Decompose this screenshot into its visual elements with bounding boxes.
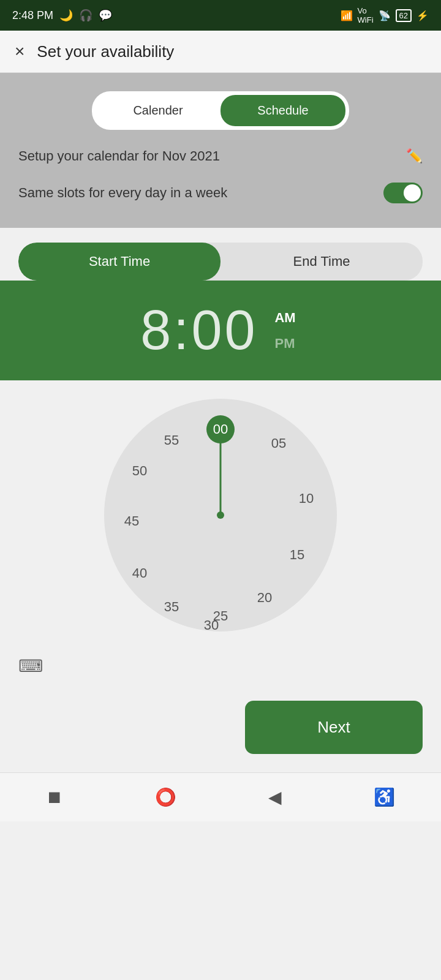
moon-icon: 🌙 <box>59 9 73 22</box>
clock-separator: : <box>173 300 191 361</box>
clock-time-display: 8:00 <box>140 299 257 362</box>
calendar-section: Calender Schedule Setup your calendar fo… <box>0 73 441 228</box>
status-left: 2:48 PM 🌙 🎧 💬 <box>12 9 112 22</box>
ampm-column: AM PM <box>270 307 300 354</box>
stop-icon[interactable]: ⏹ <box>46 787 63 807</box>
nav-bar: × Set your availability <box>0 31 441 73</box>
vowifi-label: VoWiFi <box>358 6 374 24</box>
clock-num-40[interactable]: 40 <box>132 565 147 581</box>
close-button[interactable]: × <box>15 42 24 61</box>
clock-num-55[interactable]: 55 <box>164 432 179 448</box>
clock-minutes[interactable]: 00 <box>191 300 257 361</box>
headphone-icon: 🎧 <box>79 9 92 22</box>
calendar-setup-text: Setup your calendar for Nov 2021 <box>18 148 220 164</box>
clock-num-15[interactable]: 15 <box>290 547 304 563</box>
next-section: Next <box>0 688 441 772</box>
status-right: 📶 VoWiFi 📡 62 ⚡ <box>341 6 429 24</box>
clock-circle[interactable]: 00 05 10 15 20 25 30 35 40 45 50 55 <box>104 399 337 631</box>
clock-face-section: 00 05 10 15 20 25 30 35 40 45 50 55 <box>0 380 441 644</box>
bottom-nav: ⏹ ⭕ ◀ ♿ <box>0 772 441 821</box>
accessibility-icon[interactable]: ♿ <box>374 787 395 807</box>
clock-num-05[interactable]: 05 <box>271 435 286 451</box>
clock-num-35[interactable]: 35 <box>164 599 179 615</box>
toggle-knob <box>404 184 421 202</box>
home-icon[interactable]: ⭕ <box>155 787 176 807</box>
svg-point-1 <box>217 511 224 519</box>
signal-icon: 📶 <box>341 10 353 21</box>
clock-num-45[interactable]: 45 <box>124 513 139 529</box>
view-tab-row: Calender Schedule <box>92 91 349 130</box>
same-slots-toggle[interactable] <box>383 183 423 203</box>
keyboard-icon[interactable]: ⌨ <box>18 657 43 676</box>
next-button[interactable]: Next <box>245 701 423 754</box>
clock-num-30[interactable]: 30 <box>204 617 219 633</box>
tab-schedule[interactable]: Schedule <box>221 95 345 126</box>
keyboard-row: ⌨ <box>0 644 441 688</box>
tab-end-time[interactable]: End Time <box>221 243 423 281</box>
time-tab-row: Start Time End Time <box>18 243 423 281</box>
time-tab-section: Start Time End Time <box>0 228 441 281</box>
whatsapp-icon: 💬 <box>99 9 112 22</box>
clock-display: 8:00 AM PM <box>0 281 441 380</box>
same-slots-row: Same slots for every day in a week <box>18 183 423 203</box>
back-icon[interactable]: ◀ <box>268 787 282 807</box>
am-button[interactable]: AM <box>270 307 300 328</box>
edit-icon[interactable]: ✏️ <box>406 148 423 164</box>
battery-icon: 62 <box>396 9 412 22</box>
status-bar: 2:48 PM 🌙 🎧 💬 📶 VoWiFi 📡 62 ⚡ <box>0 0 441 31</box>
status-time: 2:48 PM <box>12 9 53 22</box>
clock-num-00[interactable]: 00 <box>206 415 235 443</box>
same-slots-label: Same slots for every day in a week <box>18 185 227 201</box>
tab-start-time[interactable]: Start Time <box>18 243 221 281</box>
tab-calender[interactable]: Calender <box>96 95 221 126</box>
calendar-info-row: Setup your calendar for Nov 2021 ✏️ <box>18 148 423 164</box>
wifi-icon: 📡 <box>379 10 391 21</box>
page-title: Set your availability <box>37 42 174 61</box>
clock-num-10[interactable]: 10 <box>299 491 314 507</box>
clock-hour[interactable]: 8 <box>140 300 173 361</box>
clock-num-50[interactable]: 50 <box>132 463 147 479</box>
clock-num-20[interactable]: 20 <box>257 590 272 606</box>
charging-icon: ⚡ <box>417 10 429 21</box>
pm-button[interactable]: PM <box>270 333 300 354</box>
